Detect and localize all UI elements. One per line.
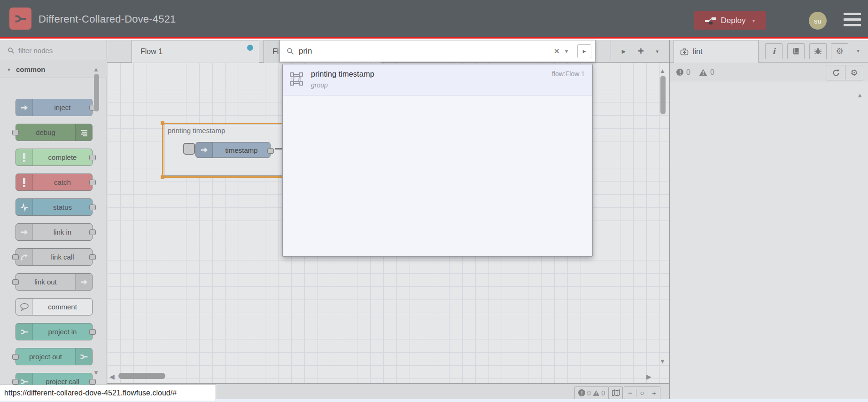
lint-medkit-icon	[680, 48, 689, 55]
canvas-node-timestamp[interactable]: timestamp	[195, 142, 271, 158]
palette-node-label: comment	[33, 299, 92, 315]
palette-node-project-in[interactable]: project in	[16, 323, 93, 340]
zoom-reset-button[interactable]: ○	[636, 389, 648, 397]
inject-trigger-button[interactable]	[183, 143, 195, 155]
canvas-hscrollbar-thumb[interactable]	[118, 373, 165, 379]
pulse-icon	[16, 199, 33, 215]
clear-search-icon[interactable]: ×	[554, 47, 559, 55]
lint-settings-button[interactable]: ⚙	[845, 65, 863, 80]
add-flow-button[interactable]: +	[638, 48, 644, 55]
palette-filter-input[interactable]	[18, 47, 89, 55]
debug-icon	[75, 124, 92, 141]
palette-node-link-call[interactable]: link call	[16, 248, 93, 266]
inject-icon	[196, 142, 213, 158]
canvas-scroll-up-icon[interactable]: ▲	[659, 67, 666, 74]
result-type: group	[311, 81, 328, 89]
node-output-port	[89, 205, 96, 210]
node-label: timestamp	[213, 142, 270, 158]
search-icon	[287, 47, 294, 55]
palette-scrollbar-thumb[interactable]	[94, 74, 99, 111]
search-options-caret-icon[interactable]: ▾	[565, 48, 568, 55]
navigator-toggle-button[interactable]	[609, 386, 623, 399]
list-flows-caret-icon[interactable]: ▾	[656, 48, 659, 55]
palette-node-debug[interactable]: debug	[16, 124, 93, 141]
project-icon	[75, 348, 92, 365]
zoom-in-button[interactable]: +	[648, 389, 660, 397]
palette-category-common[interactable]: ▾ common	[0, 61, 107, 78]
warning-triangle-icon	[593, 390, 599, 396]
group-handle[interactable]	[161, 121, 164, 125]
palette: ▾ common inject debug	[0, 40, 107, 402]
scroll-tabs-right-icon[interactable]: ▶	[622, 48, 626, 55]
palette-node-complete[interactable]: complete	[16, 149, 93, 166]
deploy-options-caret-icon[interactable]: ▾	[752, 17, 755, 24]
palette-node-project-out[interactable]: project out	[16, 348, 93, 365]
node-group-printing-timestamp[interactable]: printing timestamp timestamp	[162, 123, 298, 178]
palette-node-catch[interactable]: catch	[16, 173, 93, 191]
sidebar-info-button[interactable]: i	[765, 43, 783, 59]
node-output-port	[89, 155, 96, 160]
tab-label: Fl	[272, 47, 279, 56]
search-icon	[8, 47, 15, 54]
node-red-editor: Different-Collared-Dove-4521 Deploy ▾ su	[0, 0, 868, 402]
browser-status-url: https://different-collared-dove-4521.flo…	[0, 385, 216, 401]
palette-scroll-down-icon[interactable]: ▼	[93, 369, 99, 376]
canvas-scroll-left-icon[interactable]: ◀	[109, 373, 115, 380]
palette-node-label: link in	[33, 224, 92, 240]
project-icon	[16, 323, 33, 340]
sidebar-debug-button[interactable]	[809, 43, 827, 59]
canvas-notification-counts[interactable]: 0 0	[574, 386, 609, 399]
palette-node-label: project in	[33, 323, 92, 340]
sidebar-menu-caret-icon[interactable]: ▾	[857, 47, 860, 54]
sidebar-tab-label: lint	[693, 47, 702, 56]
inject-icon	[16, 99, 33, 116]
search-results-panel: printing timestamp group flow:Flow 1	[282, 64, 593, 257]
palette-node-label: link out	[16, 274, 75, 290]
group-handle[interactable]	[161, 175, 164, 179]
search-input[interactable]	[299, 47, 550, 56]
info-icon: i	[772, 47, 775, 56]
exclamation-icon	[16, 174, 33, 190]
palette-node-label: catch	[33, 174, 92, 190]
palette-node-comment[interactable]: comment	[16, 298, 93, 315]
sidebar-help-button[interactable]	[787, 43, 805, 59]
palette-category-label: common	[16, 65, 46, 73]
deploy-label: Deploy	[721, 16, 746, 25]
zoom-out-button[interactable]: −	[624, 389, 636, 397]
main-menu-button[interactable]	[844, 13, 861, 26]
palette-node-inject[interactable]: inject	[16, 99, 93, 116]
warning-count: 0	[601, 389, 605, 397]
sidebar-tab-lint[interactable]: lint	[674, 40, 759, 63]
node-output-port[interactable]	[267, 148, 274, 154]
canvas-scroll-right-icon[interactable]: ▶	[646, 373, 651, 380]
palette-filter	[0, 40, 107, 61]
group-icon	[289, 72, 303, 88]
palette-scroll-up-icon[interactable]: ▲	[93, 66, 99, 73]
sidebar-config-button[interactable]: ⚙	[831, 43, 848, 59]
menu-bar-icon	[844, 24, 861, 26]
instance-title: Different-Collared-Dove-4521	[39, 0, 176, 39]
palette-node-link-out[interactable]: link out	[16, 273, 93, 291]
node-input-port	[12, 130, 19, 135]
deploy-button[interactable]: Deploy ▾	[694, 11, 766, 30]
user-avatar[interactable]: su	[809, 12, 827, 30]
canvas-scroll-down-icon[interactable]: ▼	[659, 358, 666, 365]
lint-refresh-button[interactable]	[827, 65, 845, 80]
result-location: flow:Flow 1	[552, 70, 585, 78]
bug-icon	[814, 47, 822, 55]
result-title: printing timestamp	[311, 70, 374, 79]
gear-icon: ⚙	[836, 46, 843, 56]
search-history-button[interactable]: ▸	[577, 44, 591, 58]
palette-node-link-in[interactable]: link in	[16, 223, 93, 241]
tab-flow-1[interactable]: Flow 1	[132, 40, 259, 63]
sidebar-scroll-up-icon[interactable]: ▲	[857, 92, 863, 99]
link-arrow-icon	[75, 274, 92, 290]
chevron-down-icon: ▾	[8, 66, 10, 73]
sidebar-tabbar: lint i	[670, 40, 868, 63]
search-result-row[interactable]: printing timestamp group flow:Flow 1	[283, 64, 592, 95]
canvas-vscrollbar-thumb[interactable]	[660, 76, 666, 114]
node-output-port	[89, 329, 96, 335]
wire	[275, 148, 283, 150]
palette-node-status[interactable]: status	[16, 198, 93, 216]
zoom-controls: − ○ +	[624, 386, 660, 399]
